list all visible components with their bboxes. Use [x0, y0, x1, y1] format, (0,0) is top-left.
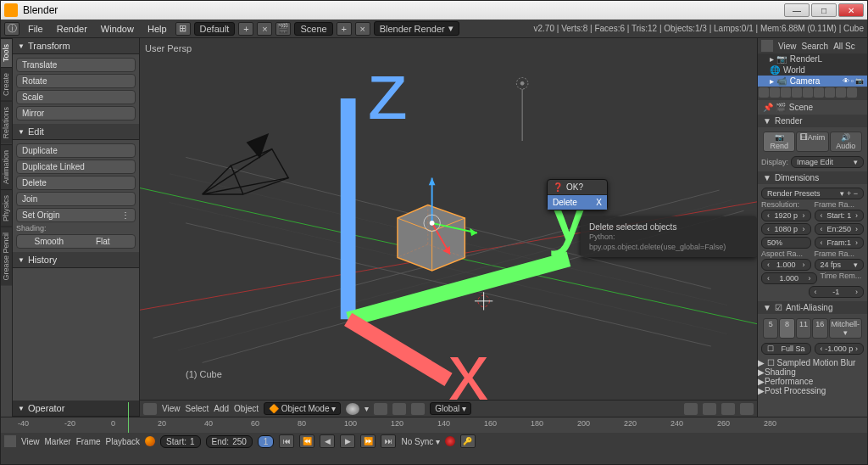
aa-5[interactable]: 5	[763, 318, 778, 339]
tab-create[interactable]: Create	[1, 67, 12, 101]
panel-dimensions-header[interactable]: ▼Dimensions	[758, 171, 867, 184]
menu-add[interactable]: Add	[214, 404, 229, 413]
mode-dropdown[interactable]: 🔶 Object Mode ▾	[264, 402, 341, 415]
panel-shading-header[interactable]: ▶Shading	[758, 367, 867, 377]
outliner-type-icon[interactable]	[761, 40, 773, 52]
res-pct-field[interactable]: 50%	[761, 237, 811, 249]
tab-constraints-icon[interactable]	[814, 87, 824, 98]
duplicate-linked-button[interactable]: Duplicate Linked	[16, 160, 136, 174]
maximize-button[interactable]: □	[811, 3, 837, 17]
delete-button[interactable]: Delete	[16, 176, 136, 190]
play-icon[interactable]: ▶	[340, 434, 355, 448]
timeline-type-icon[interactable]	[4, 435, 16, 447]
menu-view[interactable]: View	[162, 404, 181, 413]
engine-dropdown[interactable]: Blender Render ▾	[374, 21, 459, 36]
jump-start-icon[interactable]: ⏮	[279, 434, 294, 448]
fps-dropdown[interactable]: 24 fps▾	[815, 259, 865, 271]
tab-grease-pencil[interactable]: Grease Pencil	[1, 227, 12, 286]
menu-select[interactable]: Select	[186, 404, 209, 413]
menu-window[interactable]: Window	[96, 22, 139, 36]
scene-add-icon[interactable]: +	[337, 22, 352, 36]
outliner-search[interactable]: Search	[802, 42, 829, 51]
pivot-icon[interactable]	[374, 403, 387, 415]
render-preview-icon[interactable]	[740, 403, 754, 415]
mirror-button[interactable]: Mirror	[16, 106, 136, 120]
render-tab-anim[interactable]: 🎞Anim	[796, 132, 828, 152]
join-button[interactable]: Join	[16, 192, 136, 206]
render-presets-dropdown[interactable]: Render Presets▾ + −	[761, 188, 864, 199]
outliner-item-camera[interactable]: ▸ 📹 Camera 👁 ▫ 📷	[758, 76, 867, 87]
menu-render[interactable]: Render	[52, 22, 92, 36]
aspect-x-field[interactable]: ‹1.000›	[761, 259, 811, 271]
minimize-button[interactable]: —	[784, 3, 810, 17]
layout-del-icon[interactable]: ×	[257, 22, 272, 36]
layout-browse-icon[interactable]: ⊞	[175, 22, 191, 36]
panel-post-header[interactable]: ▶Post Processing	[758, 386, 867, 395]
translate-button[interactable]: Translate	[16, 58, 136, 72]
tab-scene-icon[interactable]	[781, 87, 791, 98]
time-remap-field[interactable]: ‹-1›	[809, 286, 865, 298]
res-y-field[interactable]: ‹1080 p›	[761, 223, 811, 235]
render-tab-audio[interactable]: 🔊Audio	[830, 132, 862, 152]
panel-edit-header[interactable]: ▼Edit	[13, 124, 139, 140]
tl-menu-playback[interactable]: Playback	[106, 437, 141, 446]
layout-add-icon[interactable]: +	[238, 22, 253, 36]
outliner-filter[interactable]: All Sc	[833, 42, 855, 51]
sync-dropdown[interactable]: No Sync ▾	[401, 437, 440, 446]
aa-size-field[interactable]: ‹-1.000 p›	[815, 343, 865, 355]
editor-type-icon[interactable]: ⓘ	[4, 22, 19, 36]
tab-world-icon[interactable]	[792, 87, 802, 98]
panel-aa-header[interactable]: ▼ ☑ Anti-Aliasing	[758, 301, 867, 314]
frame-step-field[interactable]: ‹Fram:1›	[815, 237, 865, 249]
layers-icon[interactable]	[684, 403, 698, 415]
outliner-item-world[interactable]: 🌐 World	[758, 64, 867, 76]
display-dropdown[interactable]: Image Edit▾	[791, 156, 864, 168]
frame-start-input[interactable]: Start:1	[160, 435, 200, 448]
aa-filter-dropdown[interactable]: Mitchell-▾	[829, 318, 863, 339]
orientation-dropdown[interactable]: Global ▾	[430, 402, 471, 415]
autokey-icon[interactable]	[445, 436, 455, 446]
tl-menu-marker[interactable]: Marker	[45, 437, 71, 446]
manipulator-icon[interactable]	[392, 403, 406, 415]
snap-icon[interactable]	[703, 403, 716, 415]
jump-end-icon[interactable]: ⏭	[381, 434, 396, 448]
panel-smb-header[interactable]: ▶ ☐ Sampled Motion Blur	[758, 358, 867, 367]
frame-current-input[interactable]: 1	[258, 435, 275, 448]
menu-object[interactable]: Object	[234, 404, 259, 413]
aa-16[interactable]: 16	[812, 318, 827, 339]
tab-object-icon[interactable]	[803, 87, 813, 98]
frame-start-field[interactable]: ‹Start: 1›	[815, 210, 865, 221]
res-x-field[interactable]: ‹1920 p›	[761, 210, 811, 221]
outliner-item-renderlayers[interactable]: ▸ 📷 RenderL	[758, 53, 867, 64]
aspect-y-field[interactable]: ‹1.000›	[761, 272, 817, 284]
layout-dropdown[interactable]: Default	[194, 22, 236, 36]
editor-type-icon[interactable]	[143, 403, 157, 415]
proportional-icon[interactable]	[721, 403, 735, 415]
record-icon[interactable]	[145, 436, 155, 446]
tab-animation[interactable]: Animation	[1, 144, 12, 189]
play-rev-icon[interactable]: ◀	[320, 434, 335, 448]
rotate-button[interactable]: Rotate	[16, 74, 136, 88]
menu-help[interactable]: Help	[142, 22, 172, 36]
tab-layers-icon[interactable]	[770, 87, 780, 98]
prev-key-icon[interactable]: ⏪	[299, 434, 314, 448]
outliner-view[interactable]: View	[778, 42, 797, 51]
shading-solid-icon[interactable]	[346, 403, 359, 415]
render-tab-render[interactable]: 📷Rend	[763, 132, 795, 152]
panel-transform-header[interactable]: ▼Transform	[13, 38, 139, 54]
tab-material-icon[interactable]	[847, 87, 857, 98]
tab-relations[interactable]: Relations	[1, 101, 12, 144]
scene-browse-icon[interactable]: 🎬	[275, 22, 291, 36]
tab-physics[interactable]: Physics	[1, 189, 12, 227]
full-sample-toggle[interactable]: ☐ Full Sa	[761, 343, 811, 355]
close-button[interactable]: ✕	[838, 3, 864, 17]
aa-11[interactable]: 11	[796, 318, 811, 339]
set-origin-dropdown[interactable]: Set Origin⋮	[16, 208, 136, 222]
panel-performance-header[interactable]: ▶Performance	[758, 377, 867, 386]
panel-render-header[interactable]: ▼Render	[758, 115, 867, 127]
scene-dropdown[interactable]: Scene	[294, 22, 332, 36]
frame-end-input[interactable]: End:250	[206, 435, 253, 448]
tab-tools[interactable]: Tools	[1, 38, 12, 67]
tab-modifiers-icon[interactable]	[825, 87, 835, 98]
aa-8[interactable]: 8	[779, 318, 794, 339]
